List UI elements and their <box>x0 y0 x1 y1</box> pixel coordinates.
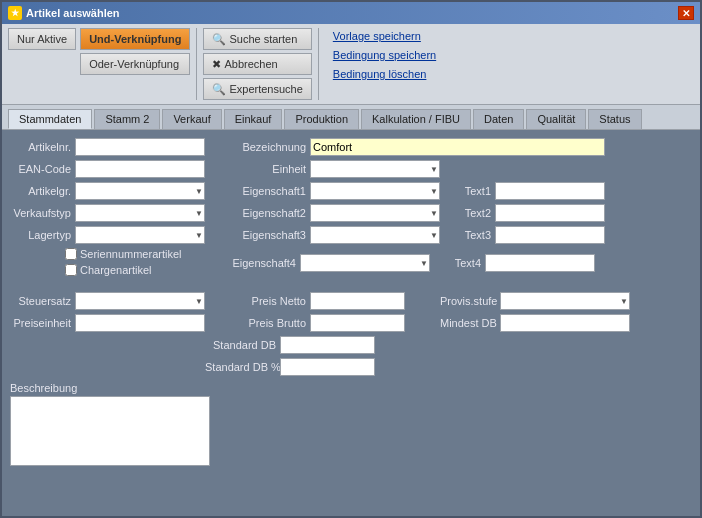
row-preiseinheit: Preiseinheit Preis Brutto Mindest DB % <box>10 314 692 332</box>
mindest-db-input[interactable] <box>500 314 630 332</box>
seriennummer-row: Seriennummerartikel <box>65 248 215 260</box>
row-lagertyp-eigenschaft3: Lagertyp ▼ Eigenschaft3 ▼ Text3 <box>10 226 692 244</box>
text2-input[interactable] <box>495 204 605 222</box>
text4-input[interactable] <box>485 254 595 272</box>
title-bar: ★ Artikel auswählen ✕ <box>2 2 700 24</box>
row-steuersatz: Steuersatz ▼ Preis Netto Provis.stufe ▼ <box>10 292 692 310</box>
preis-netto-label: Preis Netto <box>235 295 310 307</box>
eigenschaft4-label: Eigenschaft4 <box>225 257 300 269</box>
toolbar-actions-group: 🔍 Suche starten ✖ Abbrechen 🔍 Expertensu… <box>203 28 311 100</box>
verkaufstyp-label: Verkaufstyp <box>10 207 75 219</box>
artikelgr-select[interactable] <box>75 182 205 200</box>
bedingung-loeschen-link[interactable]: Bedingung löschen <box>333 66 436 82</box>
preis-brutto-label: Preis Brutto <box>235 317 310 329</box>
tab-einkauf[interactable]: Einkauf <box>224 109 283 129</box>
ean-input[interactable] <box>75 160 205 178</box>
tab-stammdaten[interactable]: Stammdaten <box>8 109 92 129</box>
beschreibung-label: Beschreibung <box>10 382 692 394</box>
chargen-row: Chargenartikel <box>65 264 215 276</box>
content-area: Artikelnr. Bezeichnung EAN-Code Einheit … <box>2 130 700 516</box>
ean-label: EAN-Code <box>10 163 75 175</box>
beschreibung-section: Beschreibung <box>10 382 692 468</box>
standard-db-pct-label: Standard DB % <box>205 361 280 373</box>
nur-aktive-button[interactable]: Nur Aktive <box>8 28 76 50</box>
tab-qualitaet[interactable]: Qualität <box>526 109 586 129</box>
seriennummer-checkbox[interactable] <box>65 248 77 260</box>
text2-label: Text2 <box>460 207 495 219</box>
standard-db-input[interactable] <box>280 336 375 354</box>
lagertyp-select[interactable] <box>75 226 205 244</box>
toolbar: Nur Aktive Und-Verknüpfung Oder-Verknüpf… <box>2 24 700 105</box>
provis-stufe-label: Provis.stufe <box>440 295 500 307</box>
seriennummer-label: Seriennummerartikel <box>80 248 181 260</box>
row-artikelnr-bezeichnung: Artikelnr. Bezeichnung <box>10 138 692 156</box>
spacer1 <box>10 282 692 292</box>
toolbar-links-group: Vorlage speichern Bedingung speichern Be… <box>333 28 436 82</box>
preis-brutto-input[interactable] <box>310 314 405 332</box>
window-icon: ★ <box>8 6 22 20</box>
eigenschaft2-select-wrapper: ▼ <box>310 204 440 222</box>
expertensuche-button[interactable]: 🔍 Expertensuche <box>203 78 311 100</box>
eigenschaft3-label: Eigenschaft3 <box>235 229 310 241</box>
toolbar-left-group: Nur Aktive <box>8 28 76 56</box>
lagertyp-label: Lagertyp <box>10 229 75 241</box>
eigenschaft3-select-wrapper: ▼ <box>310 226 440 244</box>
artikelnr-input[interactable] <box>75 138 205 156</box>
text1-label: Text1 <box>460 185 495 197</box>
tab-daten[interactable]: Daten <box>473 109 524 129</box>
eigenschaft1-label: Eigenschaft1 <box>235 185 310 197</box>
main-window: ★ Artikel auswählen ✕ Nur Aktive Und-Ver… <box>0 0 702 518</box>
text1-input[interactable] <box>495 182 605 200</box>
standard-db-pct-input[interactable] <box>280 358 375 376</box>
toolbar-divider-2 <box>318 28 319 100</box>
und-verknuepfung-button[interactable]: Und-Verknüpfung <box>80 28 190 50</box>
chargen-label: Chargenartikel <box>80 264 152 276</box>
eigenschaft4-select-wrapper: ▼ <box>300 254 430 272</box>
provis-stufe-select[interactable] <box>500 292 630 310</box>
steuersatz-select-wrapper: ▼ <box>75 292 205 310</box>
beschreibung-textarea[interactable] <box>10 396 210 466</box>
steuersatz-label: Steuersatz <box>10 295 75 307</box>
row-checkboxes-eigenschaft4: Seriennummerartikel Chargenartikel Eigen… <box>10 248 692 278</box>
row-standard-db-pct: Standard DB % <box>10 358 692 376</box>
close-button[interactable]: ✕ <box>678 6 694 20</box>
tab-kalkulation[interactable]: Kalkulation / FIBU <box>361 109 471 129</box>
einheit-select[interactable] <box>310 160 440 178</box>
text4-label: Text4 <box>450 257 485 269</box>
chargen-checkbox[interactable] <box>65 264 77 276</box>
row-verkaufstyp-eigenschaft2: Verkaufstyp ▼ Eigenschaft2 ▼ Text2 <box>10 204 692 222</box>
tab-stamm2[interactable]: Stamm 2 <box>94 109 160 129</box>
bezeichnung-label: Bezeichnung <box>235 141 310 153</box>
suche-starten-button[interactable]: 🔍 Suche starten <box>203 28 311 50</box>
eigenschaft1-select-wrapper: ▼ <box>310 182 440 200</box>
artikelgr-label: Artikelgr. <box>10 185 75 197</box>
steuersatz-select[interactable] <box>75 292 205 310</box>
toolbar-verknuepfung-group: Und-Verknüpfung Oder-Verknüpfung <box>80 28 190 75</box>
abbrechen-button[interactable]: ✖ Abbrechen <box>203 53 311 75</box>
tab-status[interactable]: Status <box>588 109 641 129</box>
eigenschaft1-select[interactable] <box>310 182 440 200</box>
einheit-label: Einheit <box>235 163 310 175</box>
eigenschaft4-select[interactable] <box>300 254 430 272</box>
preiseinheit-input[interactable] <box>75 314 205 332</box>
row-standard-db: Standard DB <box>10 336 692 354</box>
preis-netto-input[interactable] <box>310 292 405 310</box>
checkboxes-group: Seriennummerartikel Chargenartikel <box>65 248 215 278</box>
bedingung-speichern-link[interactable]: Bedingung speichern <box>333 47 436 63</box>
tab-verkauf[interactable]: Verkauf <box>162 109 221 129</box>
text3-label: Text3 <box>460 229 495 241</box>
oder-verknuepfung-button[interactable]: Oder-Verknüpfung <box>80 53 190 75</box>
eigenschaft3-select[interactable] <box>310 226 440 244</box>
tab-produktion[interactable]: Produktion <box>284 109 359 129</box>
verkaufstyp-select[interactable] <box>75 204 205 222</box>
bezeichnung-input[interactable] <box>310 138 605 156</box>
window-title: Artikel auswählen <box>26 7 120 19</box>
row-ean-einheit: EAN-Code Einheit ▼ <box>10 160 692 178</box>
eigenschaft2-select[interactable] <box>310 204 440 222</box>
vorlage-speichern-link[interactable]: Vorlage speichern <box>333 28 436 44</box>
text3-input[interactable] <box>495 226 605 244</box>
row-artikelgr-eigenschaft1: Artikelgr. ▼ Eigenschaft1 ▼ Text1 <box>10 182 692 200</box>
tab-bar: Stammdaten Stamm 2 Verkauf Einkauf Produ… <box>2 105 700 130</box>
mindest-db-label: Mindest DB % <box>440 317 500 329</box>
einheit-select-wrapper: ▼ <box>310 160 440 178</box>
